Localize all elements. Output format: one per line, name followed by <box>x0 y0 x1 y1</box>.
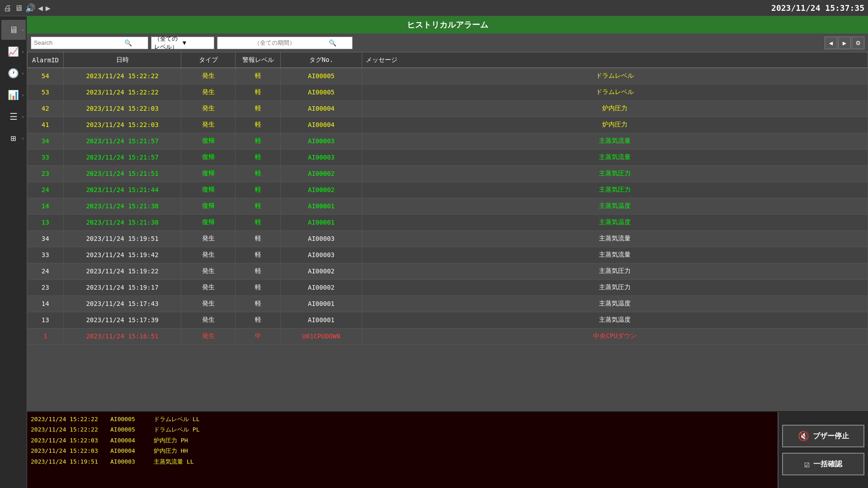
cell-type: 発生 <box>181 117 236 133</box>
cell-tagno: AI00001 <box>281 296 362 312</box>
cell-alarmid: 34 <box>28 230 64 247</box>
search-icon: 🔍 <box>124 39 132 47</box>
log-tagno: AI00005 <box>110 424 146 435</box>
cell-type: 復帰 <box>181 198 236 214</box>
cell-alarmid: 14 <box>28 296 64 312</box>
cell-message: 主蒸気流量 <box>362 247 868 263</box>
content-area: ヒストリカルアラーム 🔍 （全てのレベル） ▼ 🔍 ◀ ▶ ⚙ <box>27 16 868 488</box>
alarm-table-container[interactable]: AlarmID 日時 タイプ 警報レベル タグNo. メッセージ 54 2023… <box>27 52 868 411</box>
cell-datetime: 2023/11/24 15:22:03 <box>64 100 181 117</box>
log-tagno: AI00005 <box>110 414 146 424</box>
printer2-icon[interactable]: 🖥 <box>14 3 23 13</box>
cell-type: 発生 <box>181 279 236 296</box>
table-row[interactable]: 53 2023/11/24 15:22:22 発生 軽 AI00005 ドラムレ… <box>28 84 868 100</box>
cell-message: 主蒸気圧力 <box>362 279 868 296</box>
table-row[interactable]: 33 2023/11/24 15:21:57 復帰 軽 AI00003 主蒸気流… <box>28 149 868 165</box>
level-filter-dropdown[interactable]: （全てのレベル） ▼ <box>151 37 214 49</box>
cell-datetime: 2023/11/24 15:19:51 <box>64 230 181 247</box>
header-message: メッセージ <box>362 52 868 68</box>
cell-message: 炉内圧力 <box>362 117 868 133</box>
table-row[interactable]: 24 2023/11/24 15:21:44 復帰 軽 AI00002 主蒸気圧… <box>28 182 868 198</box>
log-message: ドラムレベル PL <box>154 424 199 435</box>
alarm-log-panel: 2023/11/24 15:22:22 AI00005 ドラムレベル LL 20… <box>27 412 778 488</box>
alarm-table: AlarmID 日時 タイプ 警報レベル タグNo. メッセージ 54 2023… <box>27 52 868 345</box>
cell-type: 復帰 <box>181 165 236 182</box>
cell-tagno: AI00005 <box>281 84 362 100</box>
settings-button[interactable]: ⚙ <box>852 37 864 49</box>
table-row[interactable]: 33 2023/11/24 15:19:42 発生 軽 AI00003 主蒸気流… <box>28 247 868 263</box>
right-controls-panel: 🔇 ブザー停止 ☑ 一括確認 <box>778 412 868 488</box>
cell-level: 軽 <box>236 68 281 84</box>
buzzer-stop-button[interactable]: 🔇 ブザー停止 <box>782 425 864 447</box>
log-item: 2023/11/24 15:22:03 AI00004 炉内圧力 HH <box>31 446 774 456</box>
table-row[interactable]: 23 2023/11/24 15:19:17 発生 軽 AI00002 主蒸気圧… <box>28 279 868 296</box>
table-row[interactable]: 54 2023/11/24 15:22:22 発生 軽 AI00005 ドラムレ… <box>28 68 868 84</box>
search-input[interactable] <box>34 39 124 46</box>
cell-tagno: AI00002 <box>281 263 362 279</box>
log-item: 2023/11/24 15:22:22 AI00005 ドラムレベル PL <box>31 424 774 435</box>
cell-message: 主蒸気流量 <box>362 149 868 165</box>
cell-alarmid: 53 <box>28 84 64 100</box>
chevron-right-icon: › <box>21 93 24 98</box>
cell-tagno: AI00003 <box>281 149 362 165</box>
cell-message: 主蒸気流量 <box>362 133 868 149</box>
cell-tagno: AI00004 <box>281 100 362 117</box>
period-input[interactable] <box>220 39 329 46</box>
table-row[interactable]: 1 2023/11/24 15:16:51 発生 中 U01CPUDOWN 中央… <box>28 328 868 344</box>
table-row[interactable]: 34 2023/11/24 15:19:51 発生 軽 AI00003 主蒸気流… <box>28 230 868 247</box>
cell-type: 復帰 <box>181 133 236 149</box>
table-row[interactable]: 23 2023/11/24 15:21:51 復帰 軽 AI00002 主蒸気圧… <box>28 165 868 182</box>
cell-type: 復帰 <box>181 214 236 230</box>
cell-type: 発生 <box>181 230 236 247</box>
sidebar-item-monitor[interactable]: 🖥 › <box>1 20 26 40</box>
sidebar: 🖥 › 📈 › 🕐 › 📊 › ☰ › ⊞ › <box>0 16 27 488</box>
cell-level: 軽 <box>236 149 281 165</box>
dropdown-arrow-icon: ▼ <box>183 39 211 46</box>
period-search-box[interactable]: 🔍 <box>217 37 353 49</box>
forward-icon[interactable]: ▶ <box>46 3 51 13</box>
table-row[interactable]: 14 2023/11/24 15:21:38 復帰 軽 AI00001 主蒸気温… <box>28 198 868 214</box>
cell-level: 軽 <box>236 312 281 328</box>
sidebar-item-history[interactable]: 🕐 › <box>1 63 26 83</box>
volume-icon[interactable]: 🔊 <box>25 3 35 13</box>
sidebar-item-list[interactable]: ☰ › <box>1 107 26 127</box>
cell-tagno: U01CPUDOWN <box>281 328 362 344</box>
search-box[interactable]: 🔍 <box>31 37 148 49</box>
table-row[interactable]: 34 2023/11/24 15:21:57 復帰 軽 AI00003 主蒸気流… <box>28 133 868 149</box>
cell-level: 軽 <box>236 100 281 117</box>
cell-type: 発生 <box>181 328 236 344</box>
datetime-display: 2023/11/24 15:37:35 <box>771 3 864 13</box>
cell-datetime: 2023/11/24 15:17:43 <box>64 296 181 312</box>
cell-datetime: 2023/11/24 15:21:38 <box>64 198 181 214</box>
table-row[interactable]: 41 2023/11/24 15:22:03 発生 軽 AI00004 炉内圧力 <box>28 117 868 133</box>
cell-datetime: 2023/11/24 15:19:17 <box>64 279 181 296</box>
prev-page-button[interactable]: ◀ <box>825 37 837 49</box>
trend-icon: 📈 <box>8 46 19 57</box>
cell-tagno: AI00004 <box>281 117 362 133</box>
table-row[interactable]: 13 2023/11/24 15:21:38 復帰 軽 AI00001 主蒸気温… <box>28 214 868 230</box>
table-row[interactable]: 24 2023/11/24 15:19:22 発生 軽 AI00002 主蒸気圧… <box>28 263 868 279</box>
sidebar-item-grid[interactable]: ⊞ › <box>1 128 26 148</box>
sidebar-item-bars[interactable]: 📊 › <box>1 85 26 105</box>
cell-message: 炉内圧力 <box>362 100 868 117</box>
next-page-button[interactable]: ▶ <box>838 37 851 49</box>
bulk-confirm-button[interactable]: ☑ 一括確認 <box>782 453 864 475</box>
print-icon[interactable]: 🖨 <box>4 3 12 13</box>
log-timestamp: 2023/11/24 15:22:03 <box>31 435 103 446</box>
sidebar-item-trend[interactable]: 📈 › <box>1 42 26 61</box>
back-icon[interactable]: ◀ <box>38 3 43 13</box>
table-row[interactable]: 14 2023/11/24 15:17:43 発生 軽 AI00001 主蒸気温… <box>28 296 868 312</box>
table-row[interactable]: 42 2023/11/24 15:22:03 発生 軽 AI00004 炉内圧力 <box>28 100 868 117</box>
alarm-table-body: 54 2023/11/24 15:22:22 発生 軽 AI00005 ドラムレ… <box>28 68 868 344</box>
cell-alarmid: 24 <box>28 182 64 198</box>
table-row[interactable]: 13 2023/11/24 15:17:39 発生 軽 AI00001 主蒸気温… <box>28 312 868 328</box>
bottom-area: 2023/11/24 15:22:22 AI00005 ドラムレベル LL 20… <box>27 411 868 488</box>
cell-message: 主蒸気流量 <box>362 230 868 247</box>
log-tagno: AI00003 <box>110 456 146 467</box>
cell-level: 中 <box>236 328 281 344</box>
cell-alarmid: 1 <box>28 328 64 344</box>
cell-message: 主蒸気温度 <box>362 214 868 230</box>
cell-level: 軽 <box>236 214 281 230</box>
cell-type: 発生 <box>181 247 236 263</box>
cell-alarmid: 33 <box>28 149 64 165</box>
